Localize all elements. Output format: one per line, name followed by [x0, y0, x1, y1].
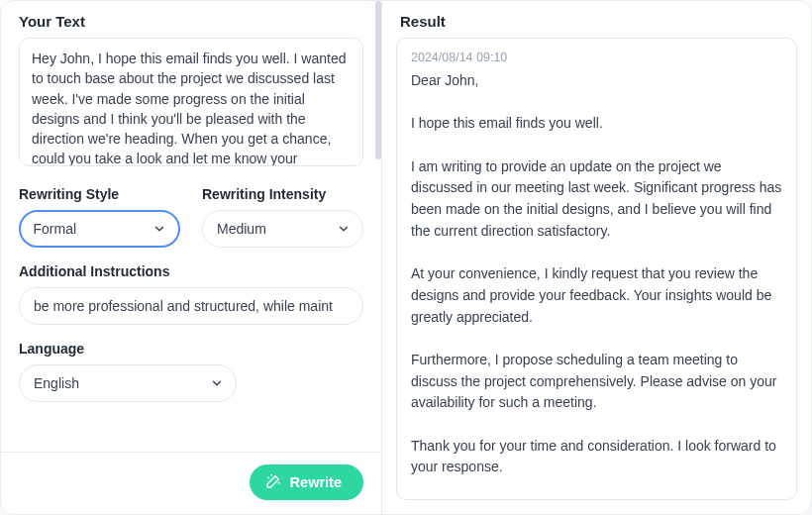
result-text: Dear John, I hope this email finds you w… [411, 70, 782, 478]
input-panel-body: Rewriting Style Formal Rewriting Intensi… [1, 38, 381, 452]
style-label: Rewriting Style [19, 186, 180, 202]
style-value: Formal [34, 221, 77, 237]
style-field: Rewriting Style Formal [19, 186, 180, 248]
result-card: 2024/08/14 09:10 Dear John, I hope this … [396, 38, 797, 500]
input-panel: Your Text Rewriting Style Formal [1, 1, 382, 514]
language-field: Language English [19, 341, 363, 402]
rewrite-button[interactable]: Rewrite [250, 464, 363, 500]
magic-wand-icon [265, 473, 281, 492]
app-root: Your Text Rewriting Style Formal [0, 0, 812, 515]
additional-instructions-field: Additional Instructions [19, 263, 363, 325]
language-label: Language [19, 341, 363, 357]
language-select[interactable]: English [19, 364, 237, 402]
scrollbar[interactable] [375, 1, 381, 159]
intensity-field: Rewriting Intensity Medium [202, 186, 363, 248]
result-panel-title: Result [382, 1, 811, 38]
chevron-down-icon [337, 222, 351, 236]
style-select[interactable]: Formal [19, 210, 180, 248]
input-panel-title: Your Text [1, 1, 381, 38]
additional-instructions-input[interactable] [19, 287, 363, 325]
intensity-select[interactable]: Medium [202, 210, 363, 248]
intensity-value: Medium [217, 221, 266, 237]
input-panel-footer: Rewrite [1, 452, 381, 514]
result-timestamp: 2024/08/14 09:10 [411, 51, 782, 64]
additional-instructions-label: Additional Instructions [19, 263, 363, 279]
chevron-down-icon [152, 222, 166, 236]
rewrite-button-label: Rewrite [290, 474, 342, 490]
intensity-label: Rewriting Intensity [202, 186, 363, 202]
language-value: English [34, 375, 79, 391]
result-panel: Result 2024/08/14 09:10 Dear John, I hop… [382, 1, 811, 514]
source-text-input[interactable] [19, 38, 363, 166]
chevron-down-icon [210, 376, 224, 390]
